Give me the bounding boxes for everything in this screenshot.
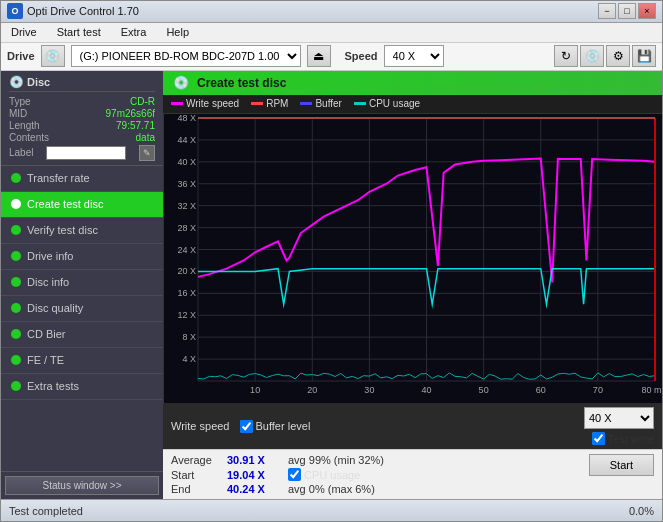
test-write-check[interactable]: Test write: [592, 432, 654, 445]
cpu-usage-checkbox[interactable]: [288, 468, 301, 481]
legend-write-speed: Write speed: [171, 98, 239, 109]
speed-select[interactable]: 40 X: [384, 45, 444, 67]
app-title: Opti Drive Control 1.70: [27, 5, 139, 17]
disc-label-btn[interactable]: ✎: [139, 145, 155, 161]
disc-label-key: Label: [9, 147, 33, 158]
sidebar-item-label-create-test-disc: Create test disc: [27, 198, 103, 210]
statusbar: Test completed 0.0%: [1, 499, 662, 521]
chart-canvas: [164, 114, 662, 403]
sidebar-item-label-cd-bier: CD Bier: [27, 328, 66, 340]
chart-container: [163, 113, 662, 402]
disc-button[interactable]: 💿: [580, 45, 604, 67]
sidebar-item-drive-info[interactable]: Drive info: [1, 244, 163, 270]
chart-title: Create test disc: [197, 76, 286, 90]
chart-header: 💿 Create test disc: [163, 71, 662, 95]
drive-icon-btn[interactable]: 💿: [41, 45, 65, 67]
sidebar: 💿 Disc Type CD-R MID 97m26s66f Length 79…: [1, 71, 163, 499]
sidebar-item-cd-bier[interactable]: CD Bier: [1, 322, 163, 348]
start-button[interactable]: Start: [589, 454, 654, 476]
main-layout: 💿 Disc Type CD-R MID 97m26s66f Length 79…: [1, 71, 662, 499]
titlebar-controls: − □ ×: [598, 3, 656, 19]
sidebar-item-label-disc-quality: Disc quality: [27, 302, 83, 314]
eject-button[interactable]: ⏏: [307, 45, 331, 67]
buffer-level-checkbox[interactable]: [240, 420, 253, 433]
legend-color-write-speed: [171, 102, 183, 105]
sidebar-item-label-verify-test-disc: Verify test disc: [27, 224, 98, 236]
disc-length-val: 79:57.71: [116, 120, 155, 131]
disc-contents-row: Contents data: [9, 132, 155, 143]
menu-help[interactable]: Help: [160, 24, 195, 40]
nav-dot-fe-te: [11, 355, 21, 365]
content-wrapper: 💿 Create test disc Write speed RPM: [163, 71, 662, 499]
disc-info-header: 💿 Disc: [9, 75, 155, 92]
legend-cpu: CPU usage: [354, 98, 420, 109]
stats-average-key: Average: [171, 454, 221, 466]
stats-end-extra: avg 0% (max 6%): [288, 483, 375, 495]
nav-dot-cd-bier: [11, 329, 21, 339]
legend-color-cpu: [354, 102, 366, 105]
disc-label-row: Label ✎: [9, 145, 155, 161]
stats-start-val: 19.04 X: [227, 469, 282, 481]
chart-speed-select[interactable]: 40 X: [584, 407, 654, 429]
sidebar-item-verify-test-disc[interactable]: Verify test disc: [1, 218, 163, 244]
app-window: O Opti Drive Control 1.70 − □ × Drive St…: [0, 0, 663, 522]
sidebar-item-transfer-rate[interactable]: Transfer rate: [1, 166, 163, 192]
nav-dot-drive-info: [11, 251, 21, 261]
status-text: Test completed: [9, 505, 621, 517]
sidebar-item-label-transfer-rate: Transfer rate: [27, 172, 90, 184]
legend-label-write-speed: Write speed: [186, 98, 239, 109]
menu-start-test[interactable]: Start test: [51, 24, 107, 40]
legend-label-cpu: CPU usage: [369, 98, 420, 109]
sidebar-item-disc-info[interactable]: Disc info: [1, 270, 163, 296]
cpu-usage-label: CPU usage: [304, 469, 360, 481]
chart-bottom: Write speed Buffer level 40 X Test write: [163, 402, 662, 449]
maximize-button[interactable]: □: [618, 3, 636, 19]
minimize-button[interactable]: −: [598, 3, 616, 19]
sidebar-item-disc-quality[interactable]: Disc quality: [1, 296, 163, 322]
sidebar-item-extra-tests[interactable]: Extra tests: [1, 374, 163, 400]
test-write-checkbox[interactable]: [592, 432, 605, 445]
legend-label-rpm: RPM: [266, 98, 288, 109]
sidebar-item-label-drive-info: Drive info: [27, 250, 73, 262]
titlebar: O Opti Drive Control 1.70 − □ ×: [1, 1, 662, 23]
stats-average-extra: avg 99% (min 32%): [288, 454, 384, 466]
content-area: 💿 Create test disc Write speed RPM: [163, 71, 662, 449]
legend-label-buffer: Buffer: [315, 98, 342, 109]
config-button[interactable]: ⚙: [606, 45, 630, 67]
disc-mid-val: 97m26s66f: [106, 108, 155, 119]
sidebar-item-label-fe-te: FE / TE: [27, 354, 64, 366]
disc-mid-key: MID: [9, 108, 27, 119]
close-button[interactable]: ×: [638, 3, 656, 19]
drive-select[interactable]: (G:) PIONEER BD-ROM BDC-207D 1.00: [71, 45, 301, 67]
app-icon: O: [7, 3, 23, 19]
sidebar-item-fe-te[interactable]: FE / TE: [1, 348, 163, 374]
cpu-usage-check[interactable]: CPU usage: [288, 468, 360, 481]
stats-average-val: 30.91 X: [227, 454, 282, 466]
menu-extra[interactable]: Extra: [115, 24, 153, 40]
save-button[interactable]: 💾: [632, 45, 656, 67]
buffer-level-label: Buffer level: [256, 420, 311, 432]
write-speed-label: Write speed: [171, 420, 230, 432]
nav-dot-extra-tests: [11, 381, 21, 391]
menu-drive[interactable]: Drive: [5, 24, 43, 40]
refresh-button[interactable]: ↻: [554, 45, 578, 67]
nav-dot-disc-info: [11, 277, 21, 287]
nav-dot-disc-quality: [11, 303, 21, 313]
disc-mid-row: MID 97m26s66f: [9, 108, 155, 119]
stats-end-row: End 40.24 X avg 0% (max 6%): [171, 483, 384, 495]
drive-label: Drive: [7, 50, 35, 62]
status-window-btn[interactable]: Status window >>: [5, 476, 159, 495]
drivebar: Drive 💿 (G:) PIONEER BD-ROM BDC-207D 1.0…: [1, 43, 662, 71]
stats-start-row: Start 19.04 X CPU usage: [171, 468, 384, 481]
speed-label: Speed: [345, 50, 378, 62]
legend-color-rpm: [251, 102, 263, 105]
nav-dot-verify-test-disc: [11, 225, 21, 235]
sidebar-status: Status window >>: [1, 471, 163, 499]
disc-label-input[interactable]: [46, 146, 126, 160]
buffer-level-check[interactable]: Buffer level: [240, 420, 311, 433]
stats-start-key: Start: [171, 469, 221, 481]
sidebar-item-create-test-disc[interactable]: Create test disc: [1, 192, 163, 218]
disc-length-row: Length 79:57.71: [9, 120, 155, 131]
chart-header-icon: 💿: [173, 75, 189, 90]
disc-header-label: Disc: [27, 76, 50, 88]
